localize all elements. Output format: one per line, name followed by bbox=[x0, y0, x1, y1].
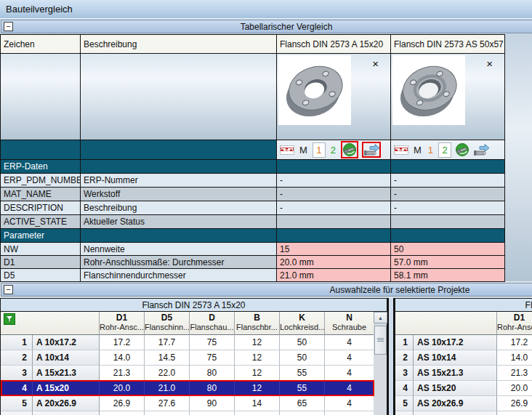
row-number: 4 bbox=[395, 381, 414, 396]
bauteilvergleich-window: Bauteilvergleich − Tabellarischer Vergle… bbox=[0, 0, 532, 415]
export-part-icon[interactable] bbox=[363, 143, 379, 156]
attr-desc: ERP-Nummer bbox=[81, 174, 277, 188]
param-value-b: 50 bbox=[391, 243, 505, 256]
update-part-icon[interactable] bbox=[455, 142, 469, 157]
cell-d5: 26.0 bbox=[145, 411, 190, 415]
scroll-up-button[interactable]: ▲ bbox=[374, 312, 387, 323]
row-number: 3 bbox=[395, 366, 414, 381]
measure-m-button[interactable]: M bbox=[298, 145, 309, 156]
view-2-button[interactable]: 2 bbox=[329, 145, 337, 156]
selection-panel-header: − Auswahlzeile für selektierte Projekte bbox=[1, 283, 532, 297]
cell-k: 50 bbox=[280, 335, 325, 350]
view-1-button[interactable]: 1 bbox=[313, 142, 326, 158]
export-part-icon[interactable] bbox=[473, 143, 489, 156]
param-value-a: 20.0 mm bbox=[277, 256, 391, 269]
close-part-b-icon[interactable]: × bbox=[486, 58, 493, 69]
row-name: AS 20x25 bbox=[414, 411, 497, 415]
table-row[interactable]: 6 A 20x25 25.0 26.0 90 14 65 4 bbox=[0, 411, 388, 415]
part-a-thumbnail bbox=[278, 55, 351, 125]
column-header-d[interactable]: D Flanschau... bbox=[190, 312, 235, 335]
cell-b: 12 bbox=[235, 335, 280, 350]
cell-d5: 27.6 bbox=[145, 396, 190, 411]
column-header-n[interactable]: N Schraube bbox=[325, 312, 374, 335]
col-header-beschreibung: Beschreibung bbox=[81, 35, 277, 54]
scrollbar-thumb[interactable] bbox=[374, 326, 387, 355]
table-row[interactable]: 5 AS 20x26.9 26.9 bbox=[395, 396, 532, 411]
table-row[interactable]: 2 AS 10x14 14.0 bbox=[395, 350, 532, 366]
table-row: DESCRIPTION Beschreibung - - bbox=[1, 201, 505, 215]
cell-d1: 20.0 bbox=[497, 381, 532, 396]
attr-value-b: - bbox=[391, 201, 505, 215]
parameter-section-title: Parameter bbox=[1, 229, 81, 243]
cell-d: 75 bbox=[190, 350, 235, 366]
left-grid-header: D1 Rohr-Ansc... D5 Flanschinn... D Flans… bbox=[0, 312, 388, 335]
toolbar-part-a: M 1 2 bbox=[277, 140, 391, 160]
window-titlebar: Bauteilvergleich bbox=[0, 0, 532, 19]
cell-n: 4 bbox=[325, 335, 374, 350]
table-row[interactable]: 3 A 15x21.3 21.3 22.0 80 12 55 4 bbox=[0, 366, 388, 381]
row-name: A 10x14 bbox=[33, 350, 100, 366]
table-row[interactable]: 2 A 10x14 14.0 14.5 75 12 50 4 bbox=[0, 350, 388, 366]
cell-d1: 25.0 bbox=[497, 411, 532, 415]
cell-d: 80 bbox=[190, 381, 235, 396]
dimension-table-icon[interactable] bbox=[280, 145, 294, 156]
table-row-selected[interactable]: 4 A 15x20 20.0 21.0 80 12 55 4 bbox=[0, 381, 388, 396]
table-row: ERP_PDM_NUMBER ERP-Nummer - - bbox=[1, 174, 505, 188]
cell-b: 14 bbox=[235, 411, 280, 415]
cell-d1: 21.3 bbox=[497, 366, 532, 381]
erp-section-row: ERP-Daten bbox=[1, 160, 505, 174]
update-part-icon[interactable] bbox=[342, 142, 357, 157]
cell-b: 12 bbox=[235, 366, 280, 381]
filter-icon[interactable] bbox=[3, 313, 15, 326]
view-2-button[interactable]: 2 bbox=[438, 142, 451, 158]
row-number: 5 bbox=[395, 396, 414, 411]
cell-k: 50 bbox=[280, 350, 325, 366]
row-number: 4 bbox=[1, 381, 33, 396]
param-key: D5 bbox=[1, 269, 81, 282]
preview-row: × × bbox=[1, 54, 505, 140]
column-header-d1[interactable]: D1 Rohr-Ansc... bbox=[497, 312, 532, 335]
param-desc: Rohr-Anschlussmaße: Durchmesser bbox=[81, 256, 277, 269]
row-name: AS 10x17.2 bbox=[414, 335, 497, 350]
grid-splitter[interactable] bbox=[387, 298, 395, 415]
attr-value-a: - bbox=[277, 174, 391, 188]
cell-d1: 26.9 bbox=[100, 396, 145, 411]
attr-key: ERP_PDM_NUMBER bbox=[1, 174, 81, 188]
cell-k: 55 bbox=[280, 366, 325, 381]
col-header-part-a: Flansch DIN 2573 A 15x20 bbox=[277, 35, 391, 54]
view-1-button[interactable]: 1 bbox=[427, 145, 435, 156]
right-project-grid: Flansch DIN 2573 AS 50x57 D1 Rohr-Ansc..… bbox=[395, 298, 532, 415]
column-header-d1[interactable]: D1 Rohr-Ansc... bbox=[100, 312, 145, 335]
cell-d5: 21.0 bbox=[145, 381, 190, 396]
column-header-b[interactable]: B Flanschbr... bbox=[235, 312, 280, 335]
toolbar-empty-zeichen bbox=[1, 140, 81, 160]
left-project-grid: Flansch DIN 2573 A 15x20 D1 Rohr-Ansc...… bbox=[0, 298, 388, 415]
dimension-table-icon[interactable] bbox=[394, 145, 408, 156]
table-row[interactable]: 1 AS 10x17.2 17.2 bbox=[395, 335, 532, 350]
preview-cell-part-b: × bbox=[391, 54, 505, 140]
selection-panel-title: Auswahlzeile für selektierte Projekte bbox=[1, 285, 532, 295]
cell-d1: 21.3 bbox=[100, 366, 145, 381]
comparison-table: Zeichen Beschreibung Flansch DIN 2573 A … bbox=[0, 34, 505, 282]
attr-value-a: - bbox=[277, 201, 391, 215]
cell-d1: 14.0 bbox=[100, 350, 145, 366]
flange-a-image bbox=[278, 55, 351, 125]
toolbar-row: M 1 2 M 1 2 bbox=[1, 140, 505, 160]
attr-desc: Werkstoff bbox=[81, 188, 277, 201]
cell-d: 90 bbox=[190, 396, 235, 411]
measure-m-button[interactable]: M bbox=[412, 145, 423, 156]
table-row[interactable]: 6 AS 20x25 25.0 bbox=[395, 411, 532, 415]
cell-d1: 17.2 bbox=[100, 335, 145, 350]
param-value-a: 15 bbox=[277, 243, 391, 256]
cell-d1: 20.0 bbox=[100, 381, 145, 396]
param-value-b: 58.1 mm bbox=[391, 269, 505, 282]
column-header-d5[interactable]: D5 Flanschinn... bbox=[145, 312, 190, 335]
table-row[interactable]: 4 AS 15x20 20.0 bbox=[395, 381, 532, 396]
cell-d5: 14.5 bbox=[145, 350, 190, 366]
table-row[interactable]: 5 A 20x26.9 26.9 27.6 90 14 65 4 bbox=[0, 396, 388, 411]
close-part-a-icon[interactable]: × bbox=[372, 58, 379, 69]
left-grid-scrollbar[interactable]: ▲ bbox=[374, 312, 387, 415]
table-row[interactable]: 3 AS 15x21.3 21.3 bbox=[395, 366, 532, 381]
column-header-k[interactable]: K Lochkreisd... bbox=[280, 312, 325, 335]
table-row[interactable]: 1 A 10x17.2 17.2 17.7 75 12 50 4 bbox=[0, 335, 388, 350]
